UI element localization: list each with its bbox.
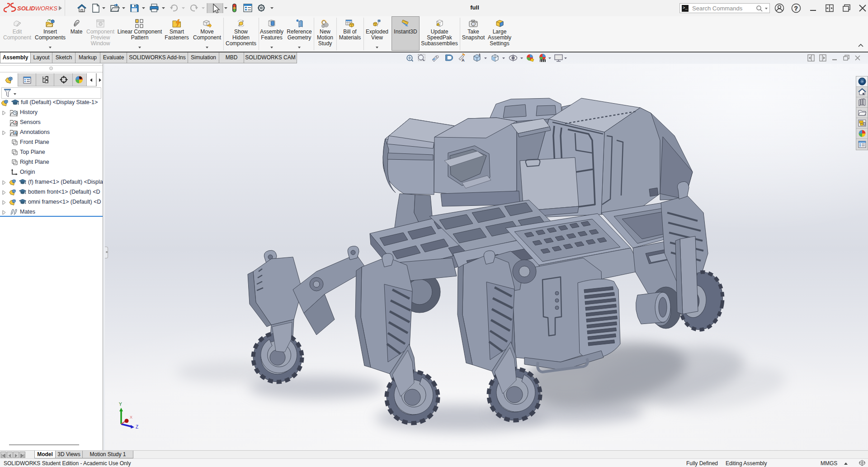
svg-text:Z: Z — [136, 424, 138, 429]
svg-text:A: A — [462, 58, 465, 62]
svg-text:A: A — [14, 131, 17, 135]
svg-text:X: X — [130, 415, 132, 419]
svg-text:?: ? — [794, 5, 797, 12]
svg-text:Y: Y — [119, 402, 122, 407]
svg-text:SOLIDWORKS: SOLIDWORKS — [17, 5, 57, 12]
